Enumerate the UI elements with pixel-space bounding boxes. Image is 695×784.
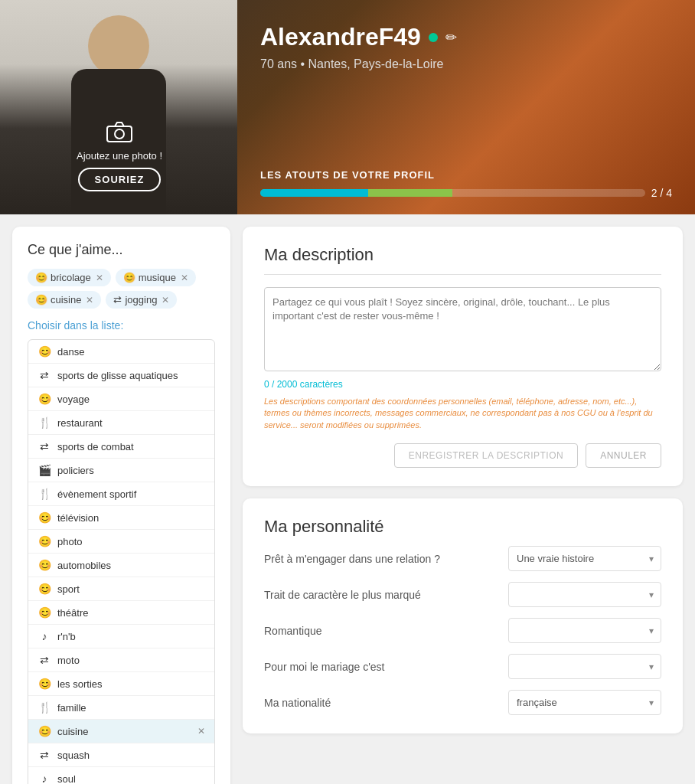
relation-select[interactable]: Une vraie histoire Non Oui: [508, 546, 661, 571]
list-item[interactable]: 🍴 famille: [28, 696, 214, 720]
selected-remove-icon[interactable]: ✕: [197, 726, 205, 737]
header-banner: Ajoutez une photo ! SOURIEZ AlexandreF49…: [0, 0, 695, 214]
save-description-button[interactable]: ENREGISTRER LA DESCRIPTION: [394, 443, 578, 468]
personality-card: Ma personnalité Prêt à m'engager dans un…: [243, 498, 683, 733]
caractere-select-wrapper: Optimiste Romantique Sérieux ▾: [508, 582, 661, 607]
interest-label: voyage: [57, 394, 90, 405]
personality-row-nationalite: Ma nationalité française autre ▾: [264, 690, 661, 715]
description-card: Ma description 0 / 2000 caractères Les d…: [243, 227, 683, 486]
list-item[interactable]: 😊 photo: [28, 530, 214, 554]
list-item[interactable]: 🍴 restaurant: [28, 411, 214, 435]
progress-bar: [260, 189, 645, 197]
card-divider: [264, 274, 661, 275]
list-item[interactable]: ⇄ squash: [28, 743, 214, 767]
description-actions: ENREGISTRER LA DESCRIPTION ANNULER: [264, 443, 661, 468]
list-item[interactable]: 😊 cuisine ✕: [28, 720, 214, 743]
nationalite-label: Ma nationalité: [264, 697, 501, 709]
personality-title: Ma personnalité: [264, 517, 661, 537]
interest-icon: ⇄: [38, 369, 51, 381]
personality-row-romantique: Romantique Oui Non Parfois ▾: [264, 618, 661, 643]
list-item[interactable]: ⇄ moto: [28, 648, 214, 672]
tag-remove-icon[interactable]: ✕: [162, 295, 169, 305]
list-item[interactable]: 😊 les sorties: [28, 672, 214, 696]
mariage-select[interactable]: Important Pas important: [508, 654, 661, 679]
interest-label: sport: [57, 583, 80, 595]
interest-label: sports de combat: [57, 441, 134, 452]
profile-score-section: LES ATOUTS DE VOTRE PROFIL 2 / 4: [260, 169, 672, 199]
personality-row-mariage: Pour moi le mariage c'est Important Pas …: [264, 654, 661, 679]
list-item[interactable]: 😊 télévision: [28, 506, 214, 530]
romantique-select-wrapper: Oui Non Parfois ▾: [508, 618, 661, 643]
profile-name-row: AlexandreF49 ✏: [260, 23, 672, 51]
interest-label: r'n'b: [57, 631, 76, 642]
interests-title: Ce que j'aime...: [28, 242, 215, 258]
svg-point-1: [115, 129, 124, 139]
profile-photo-area: Ajoutez une photo ! SOURIEZ: [0, 0, 237, 214]
tag-emoji: 😊: [35, 294, 47, 305]
tag-bricolage[interactable]: 😊 bricolage ✕: [28, 269, 111, 286]
interest-label: famille: [57, 702, 86, 714]
interest-label: cuisine: [57, 726, 88, 737]
interest-label: automobiles: [57, 560, 111, 571]
interest-label: photo: [57, 536, 83, 547]
cancel-description-button[interactable]: ANNULER: [586, 443, 661, 468]
interest-icon: 😊: [38, 583, 51, 595]
smile-button[interactable]: SOURIEZ: [78, 168, 162, 191]
romantique-select[interactable]: Oui Non Parfois: [508, 618, 661, 643]
list-item[interactable]: ⇄ sports de combat: [28, 435, 214, 459]
char-count: 0 / 2000 caractères: [264, 379, 661, 390]
tag-remove-icon[interactable]: ✕: [181, 273, 188, 283]
tag-label: musique: [139, 272, 176, 283]
interest-icon: 🍴: [38, 701, 51, 714]
list-item[interactable]: ♪ soul: [28, 767, 214, 784]
interest-label: télévision: [57, 512, 99, 524]
tag-label: cuisine: [51, 294, 81, 305]
tag-cuisine[interactable]: 😊 cuisine ✕: [28, 291, 101, 309]
interest-icon: ⇄: [38, 440, 51, 452]
choose-list-label: Choisir dans la liste:: [28, 319, 215, 332]
progress-segment-green: [368, 189, 453, 197]
header-info: AlexandreF49 ✏ 70 ans • Nantes, Pays-de-…: [237, 0, 695, 214]
description-warning: Les descriptions comportant des coordonn…: [264, 396, 661, 431]
interest-label: danse: [57, 346, 84, 358]
nationalite-select[interactable]: française autre: [508, 690, 661, 715]
description-title: Ma description: [264, 245, 661, 265]
list-item[interactable]: 😊 sport: [28, 577, 214, 601]
tag-musique[interactable]: 😊 musique ✕: [116, 269, 196, 286]
right-column: Ma description 0 / 2000 caractères Les d…: [243, 227, 683, 733]
tag-emoji: ⇄: [113, 294, 122, 305]
description-textarea[interactable]: [264, 287, 661, 371]
add-photo-area: Ajoutez une photo ! SOURIEZ: [77, 119, 162, 191]
romantique-label: Romantique: [264, 625, 501, 637]
interest-icon: 😊: [38, 678, 51, 690]
list-item[interactable]: 😊 voyage: [28, 387, 214, 411]
tag-label: bricolage: [51, 272, 91, 283]
interest-icon: 😊: [38, 393, 51, 405]
interest-icon: 😊: [38, 345, 51, 358]
progress-score: 2 / 4: [651, 187, 672, 199]
list-item[interactable]: 🎬 policiers: [28, 459, 214, 482]
edit-icon[interactable]: ✏: [445, 29, 457, 46]
camera-icon: [104, 119, 135, 144]
interest-icon: ⇄: [38, 654, 51, 666]
interest-icon: 🍴: [38, 488, 51, 500]
interest-label: squash: [57, 750, 90, 761]
online-indicator: [429, 33, 438, 42]
list-item[interactable]: 🍴 évènement sportif: [28, 482, 214, 506]
left-column: Ce que j'aime... 😊 bricolage ✕ 😊 musique…: [12, 227, 230, 784]
interest-label: policiers: [57, 465, 94, 476]
list-item[interactable]: 😊 automobiles: [28, 554, 214, 577]
list-item[interactable]: 😊 danse: [28, 340, 214, 364]
tag-remove-icon[interactable]: ✕: [96, 273, 103, 283]
interest-icon: ♪: [38, 630, 51, 642]
interest-label: moto: [57, 655, 80, 666]
list-item[interactable]: ⇄ sports de glisse aquatiques: [28, 364, 214, 387]
caractere-select[interactable]: Optimiste Romantique Sérieux: [508, 582, 661, 607]
interest-label: les sorties: [57, 678, 103, 690]
tag-remove-icon[interactable]: ✕: [86, 295, 93, 305]
tag-jogging[interactable]: ⇄ jogging ✕: [106, 291, 177, 309]
list-item[interactable]: 😊 théâtre: [28, 601, 214, 625]
main-content: Ce que j'aime... 😊 bricolage ✕ 😊 musique…: [0, 214, 695, 784]
list-item[interactable]: ♪ r'n'b: [28, 625, 214, 648]
tag-emoji: 😊: [35, 272, 47, 283]
